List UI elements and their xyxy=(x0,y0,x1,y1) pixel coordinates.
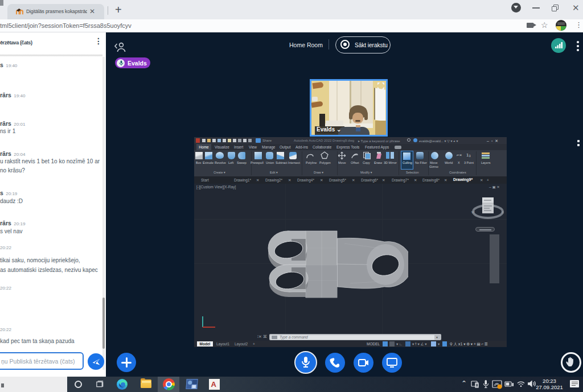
svg-text:W: W xyxy=(471,211,475,214)
svg-text:E: E xyxy=(502,211,504,214)
